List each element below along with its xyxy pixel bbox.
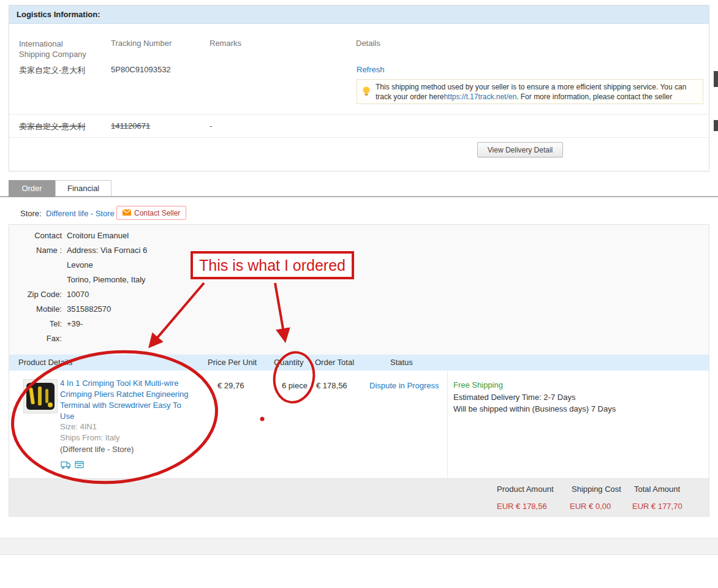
- scrollbar-fragment[interactable]: [714, 71, 718, 87]
- contact-row: Levone: [19, 258, 147, 273]
- quantity-value: 6 piece: [282, 381, 308, 390]
- cell-divider: [447, 371, 448, 478]
- product-store-name: (Different life - Store): [60, 445, 134, 454]
- footer-bar: [0, 538, 718, 555]
- bulb-icon: [363, 86, 370, 99]
- contact-row-value: Address: Via Fornaci 6: [67, 243, 147, 258]
- column-header-tracking-number: Tracking Number: [111, 39, 172, 48]
- product-amount-label: Product Amount: [497, 484, 554, 494]
- column-price-per-unit: Price Per Unit: [208, 355, 257, 371]
- contact-row: Name :Address: Via Fornaci 6: [19, 243, 147, 258]
- totals-bar: Product Amount Shipping Cost Total Amoun…: [9, 478, 709, 517]
- tab-order[interactable]: Order: [9, 180, 55, 197]
- contact-row-label: [19, 258, 67, 273]
- column-header-shipping-company: International Shipping Company: [19, 39, 96, 59]
- contact-info-block: ContactCroitoru Emanuel Name :Address: V…: [9, 225, 709, 355]
- contact-row-value: +39-: [67, 317, 83, 331]
- total-amount-value: EUR € 177,70: [632, 502, 682, 511]
- column-header-remarks: Remarks: [210, 39, 241, 48]
- note-text-after: . For more information, please contact t…: [516, 92, 672, 101]
- contact-row-label: Tel:: [19, 317, 67, 331]
- remarks-value: -: [210, 121, 212, 130]
- contact-row-label: Mobile:: [19, 302, 67, 317]
- row-divider: [9, 137, 709, 138]
- order-section: ContactCroitoru Emanuel Name :Address: V…: [9, 224, 709, 517]
- shipping-method-note: This shipping method used by your seller…: [357, 79, 703, 104]
- product-image[interactable]: [23, 379, 58, 413]
- contact-row-label: Zip Code:: [19, 287, 67, 302]
- logistics-panel: Logistics Information: International Shi…: [9, 5, 709, 172]
- contact-row: Zip Code:10070: [19, 287, 147, 302]
- contact-row-value: 3515882570: [67, 302, 111, 317]
- contact-row-label: [19, 273, 67, 287]
- scrollbar-fragment[interactable]: [714, 120, 718, 131]
- product-table-header: Product Details Price Per Unit Quantity …: [9, 355, 709, 371]
- contact-row: Fax:: [19, 331, 147, 346]
- shipping-company-value: 卖家自定义-意大利: [19, 65, 85, 76]
- shipping-cost-label: Shipping Cost: [572, 484, 621, 494]
- status-dispute-link[interactable]: Dispute in Progress: [369, 381, 439, 390]
- tab-financial[interactable]: Financial: [55, 180, 111, 196]
- price-per-unit-value: € 29,76: [217, 381, 244, 390]
- product-title-link[interactable]: 4 In 1 Crimping Tool Kit Multi-wire Crim…: [60, 378, 191, 422]
- contact-seller-button[interactable]: Contact Seller: [116, 206, 186, 220]
- shipped-within-text: Will be shipped within (Business days) 7…: [453, 404, 616, 413]
- contact-row-value: Levone: [67, 258, 93, 273]
- product-ships-from: Ships From: Italy: [60, 433, 120, 442]
- store-name-link[interactable]: Different life - Store: [46, 209, 115, 218]
- column-header-details: Details: [356, 39, 380, 48]
- contact-row-value: Croitoru Emanuel: [67, 228, 129, 243]
- invoice-icon[interactable]: [75, 461, 84, 470]
- column-quantity: Quantity: [274, 355, 303, 371]
- order-total-value: € 178,56: [316, 381, 347, 390]
- contact-row-value: Torino, Piemonte, Italy: [67, 273, 146, 287]
- store-label: Store:: [20, 209, 42, 218]
- tracking-url-link[interactable]: https://t.17track.net/en: [444, 92, 516, 101]
- product-amount-value: EUR € 178,56: [497, 502, 547, 511]
- row-divider: [9, 114, 709, 115]
- contact-row-label: Fax:: [19, 331, 67, 346]
- contact-row-value: 10070: [67, 287, 89, 302]
- contact-row: Tel:+39-: [19, 317, 147, 331]
- tracking-number-value: 5P80C91093532: [111, 65, 171, 74]
- logistics-panel-title: Logistics Information:: [9, 6, 709, 24]
- column-order-total: Order Total: [315, 355, 354, 371]
- free-shipping-label: Free Shipping: [453, 380, 503, 390]
- total-amount-label: Total Amount: [634, 484, 680, 494]
- contact-row: Torino, Piemonte, Italy: [19, 273, 147, 287]
- shipping-company-old: 卖家自定义-意大利: [19, 121, 85, 132]
- contact-row-label: Name :: [19, 243, 67, 258]
- view-delivery-detail-button[interactable]: View Delivery Detail: [477, 142, 563, 157]
- contact-row: ContactCroitoru Emanuel: [19, 228, 147, 243]
- column-status: Status: [390, 355, 413, 371]
- tracking-number-old: 141120671: [111, 121, 150, 130]
- column-product-details: Product Details: [18, 355, 72, 371]
- contact-row: Mobile:3515882570: [19, 302, 147, 317]
- contact-seller-label: Contact Seller: [134, 209, 180, 217]
- tab-underline: [0, 196, 718, 197]
- contact-rows: ContactCroitoru Emanuel Name :Address: V…: [19, 228, 147, 346]
- estimated-delivery-text: Estimated Delivery Time: 2-7 Days: [453, 393, 575, 402]
- envelope-icon: [123, 209, 131, 217]
- product-size: Size: 4IN1: [60, 422, 97, 431]
- freight-icon[interactable]: [61, 461, 71, 471]
- annotation-callout: This is what I ordered: [191, 251, 354, 279]
- contact-row-label: Contact: [19, 228, 67, 243]
- refresh-link[interactable]: Refresh: [357, 65, 385, 74]
- shipping-cost-value: EUR € 0,00: [570, 502, 611, 511]
